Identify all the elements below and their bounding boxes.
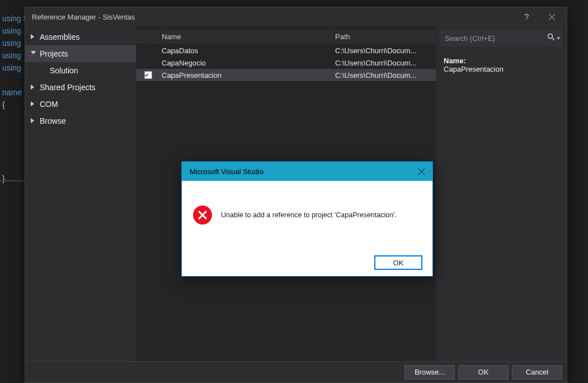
sidebar-item-label: Assemblies: [40, 32, 80, 41]
row-name: CapaNegocio: [161, 59, 334, 67]
list-row[interactable]: CapaDatos C:\Users\Churri\Docum...: [136, 44, 436, 57]
row-path: C:\Users\Churri\Docum...: [334, 46, 436, 55]
checkbox[interactable]: [144, 71, 152, 79]
sidebar-item-label: COM: [40, 100, 58, 109]
svg-marker-3: [31, 51, 36, 54]
editor-line: using: [2, 63, 21, 72]
editor-line: using: [2, 39, 21, 48]
ok-button[interactable]: OK: [458, 365, 509, 380]
editor-line: {: [2, 100, 5, 109]
editor-divider: [0, 180, 26, 181]
sidebar-item-label: Shared Projects: [40, 83, 96, 92]
browse-button[interactable]: Browse...: [404, 365, 455, 380]
close-icon: [418, 169, 425, 175]
sidebar-subitem-label: Solution: [50, 66, 78, 75]
list-rows: CapaDatos C:\Users\Churri\Docum... CapaN…: [136, 44, 436, 81]
error-icon: [193, 205, 212, 225]
editor-line: name: [2, 88, 22, 97]
row-path: C:\Users\Churri\Docum...: [334, 59, 436, 67]
expand-icon: [31, 85, 36, 90]
info-name-label: Name:: [444, 57, 559, 65]
close-icon: [549, 14, 555, 20]
editor-line: }: [2, 174, 5, 183]
sidebar: Assemblies Projects Solution Shared Proj…: [25, 26, 136, 361]
list-header-path[interactable]: Path: [334, 30, 436, 44]
error-message: Unable to add a reference to project 'Ca…: [221, 211, 397, 219]
editor-line: using: [2, 51, 21, 60]
expand-icon: [31, 34, 36, 39]
svg-line-8: [552, 38, 554, 40]
list-row[interactable]: CapaPresentacion C:\Users\Churri\Docum..…: [136, 69, 436, 81]
list-header-name[interactable]: Name: [161, 30, 334, 44]
svg-point-7: [548, 34, 552, 39]
search-box[interactable]: ▾: [440, 30, 562, 46]
reference-manager-titlebar[interactable]: Reference Manager - SisVentas ?: [25, 7, 567, 26]
list-row[interactable]: CapaNegocio C:\Users\Churri\Docum...: [136, 57, 436, 69]
svg-marker-2: [31, 34, 34, 39]
help-button[interactable]: ?: [514, 8, 539, 25]
error-dialog: Microsoft Visual Studio Unable to add a …: [181, 161, 433, 277]
collapse-icon: [31, 51, 36, 56]
info-name-value: CapaPresentacion: [444, 65, 559, 73]
sidebar-item-projects[interactable]: Projects: [25, 45, 136, 62]
error-dialog-titlebar[interactable]: Microsoft Visual Studio: [182, 162, 432, 181]
help-icon: ?: [525, 12, 529, 21]
list-header: Name Path: [136, 30, 436, 44]
row-name: CapaDatos: [161, 46, 334, 55]
row-path: C:\Users\Churri\Docum...: [334, 71, 436, 80]
sidebar-item-shared-projects[interactable]: Shared Projects: [25, 79, 136, 96]
reference-manager-title: Reference Manager - SisVentas: [32, 13, 135, 21]
expand-icon: [31, 101, 36, 106]
search-input[interactable]: [440, 32, 543, 45]
sidebar-subitem-solution[interactable]: Solution: [25, 62, 136, 79]
reference-manager-footer: Browse... OK Cancel: [25, 361, 567, 382]
search-icon[interactable]: [543, 33, 558, 43]
sidebar-item-com[interactable]: COM: [25, 96, 136, 113]
list-header-check: [136, 30, 161, 44]
error-ok-button[interactable]: OK: [374, 255, 422, 270]
sidebar-item-browse[interactable]: Browse: [25, 113, 136, 129]
sidebar-item-label: Projects: [40, 49, 68, 58]
expand-icon: [31, 118, 36, 123]
row-name: CapaPresentacion: [161, 71, 334, 80]
svg-marker-5: [31, 101, 34, 106]
editor-line: using: [2, 26, 21, 35]
error-dialog-title: Microsoft Visual Studio: [190, 167, 264, 176]
checkmark-icon: [145, 72, 148, 78]
close-button[interactable]: [539, 8, 565, 25]
details-panel: ▾ Name: CapaPresentacion: [436, 26, 567, 361]
sidebar-item-assemblies[interactable]: Assemblies: [25, 29, 136, 45]
error-dialog-close-button[interactable]: [416, 166, 427, 177]
svg-marker-4: [31, 85, 34, 90]
sidebar-item-label: Browse: [40, 116, 66, 125]
cancel-button[interactable]: Cancel: [512, 365, 562, 380]
svg-marker-6: [31, 118, 34, 123]
